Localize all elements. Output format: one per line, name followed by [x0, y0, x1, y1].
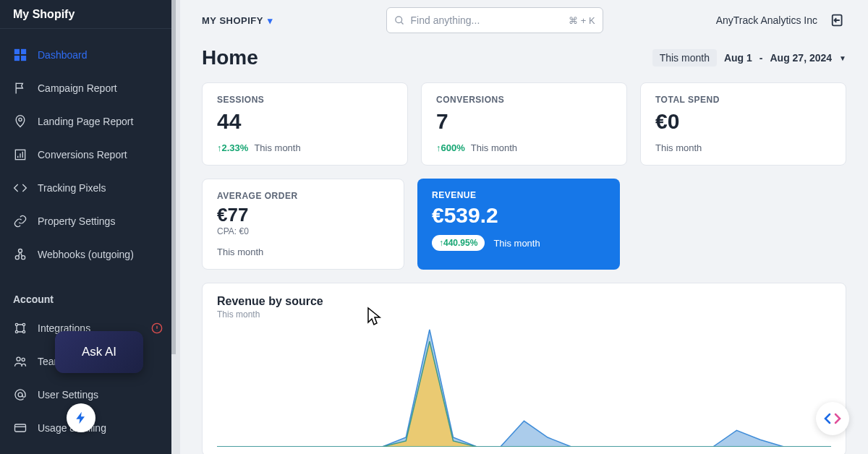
svg-rect-2 [15, 56, 20, 61]
range-badge: This month [652, 49, 717, 67]
sidebar-item-conversions-report[interactable]: Conversions Report [0, 139, 176, 171]
chart-svg [217, 324, 831, 447]
pin-icon [13, 114, 27, 129]
delta-value: 440.95% [443, 238, 477, 248]
card-conversions[interactable]: CONVERSIONS 7 ↑600%This month [421, 82, 627, 166]
at-icon [13, 387, 27, 402]
svg-point-4 [19, 118, 22, 121]
sidebar-section-account: Account [0, 280, 176, 311]
breadcrumb[interactable]: MY SHOPIFY ▾ [202, 15, 273, 26]
delta-up: ↑2.33% [217, 142, 248, 153]
svg-rect-3 [22, 56, 26, 61]
card-period: This month [493, 238, 540, 249]
svg-rect-17 [15, 424, 26, 432]
flag-icon [13, 81, 27, 95]
chevron-down-icon: ▾ [268, 15, 273, 26]
breadcrumb-label: MY SHOPIFY [202, 15, 263, 26]
code-icon [13, 181, 27, 195]
svg-point-12 [22, 330, 25, 333]
card-icon [13, 421, 27, 435]
card-label: AVERAGE ORDER [217, 191, 389, 201]
chevron-down-icon: ▼ [839, 54, 846, 62]
dashboard-icon [13, 48, 27, 62]
scrollbar-handle[interactable] [171, 0, 176, 354]
sidebar-item-campaign-report[interactable]: Campaign Report [0, 72, 176, 104]
card-value: €539.2 [432, 203, 605, 228]
svg-point-8 [19, 249, 22, 253]
delta-up: ↑600% [436, 142, 465, 153]
card-value: 7 [436, 109, 612, 134]
card-value: €77 [217, 204, 389, 226]
sidebar-item-landing-page-report[interactable]: Landing Page Report [0, 106, 176, 137]
search-placeholder: Find anything... [411, 14, 480, 26]
svg-point-14 [17, 357, 20, 361]
sidebar-item-label: Dashboard [38, 49, 88, 61]
sidebar-item-webhooks[interactable]: Webhooks (outgoing) [0, 239, 176, 270]
account-name[interactable]: AnyTrack Analytics Inc [716, 14, 817, 26]
report-icon [13, 147, 27, 162]
warning-icon [151, 322, 163, 334]
chart-area[interactable] [217, 324, 831, 447]
chart-title: Revenue by source [217, 295, 831, 308]
card-label: TOTAL SPEND [655, 95, 831, 105]
svg-point-11 [15, 330, 17, 333]
range-sep: - [760, 52, 763, 64]
search-input[interactable]: Find anything... ⌘ + K [386, 7, 603, 33]
range-to: Aug 27, 2024 [770, 52, 832, 64]
card-average-order[interactable]: AVERAGE ORDER €77 CPA: €0 This month [202, 179, 404, 270]
card-total-spend[interactable]: TOTAL SPEND €0 This month [640, 82, 846, 166]
account-area: AnyTrack Analytics Inc [716, 12, 846, 28]
link-icon [13, 214, 27, 228]
ask-ai-label: Ask AI [82, 345, 116, 359]
sidebar-item-tracking-pixels[interactable]: Tracking Pixels [0, 172, 176, 204]
bolt-fab[interactable] [67, 403, 95, 432]
card-period: This month [471, 142, 517, 153]
webhook-icon [13, 247, 27, 262]
card-sessions[interactable]: SESSIONS 44 ↑2.33%This month [202, 82, 408, 166]
sidebar-item-property-settings[interactable]: Property Settings [0, 205, 176, 237]
card-label: CONVERSIONS [436, 95, 612, 105]
card-period: This month [254, 142, 300, 153]
exit-icon[interactable] [830, 12, 846, 28]
team-icon [13, 354, 27, 369]
sidebar-item-dashboard[interactable]: Dashboard [0, 39, 176, 71]
chart-subtitle: This month [217, 309, 831, 320]
sidebar-item-label: Tracking Pixels [38, 182, 106, 194]
card-value: 44 [217, 109, 393, 134]
date-range-picker[interactable]: This month Aug 1 - Aug 27, 2024 ▼ [652, 49, 846, 67]
content: Home This month Aug 1 - Aug 27, 2024 ▼ S… [180, 40, 868, 454]
svg-point-15 [22, 358, 25, 361]
bolt-icon [74, 411, 88, 425]
svg-point-18 [395, 16, 401, 22]
primary-nav: Dashboard Campaign Report Landing Page R… [0, 29, 176, 280]
card-period: This month [217, 247, 263, 257]
range-from: Aug 1 [724, 52, 752, 64]
integrations-icon [13, 321, 27, 335]
card-label: SESSIONS [217, 95, 393, 105]
sidebar-item-label: Campaign Report [38, 82, 117, 94]
support-icon [824, 410, 841, 427]
card-value: €0 [655, 109, 831, 134]
svg-point-16 [18, 393, 22, 397]
sidebar-item-label: Webhooks (outgoing) [38, 249, 134, 260]
main: MY SHOPIFY ▾ Find anything... ⌘ + K AnyT… [180, 0, 868, 454]
svg-rect-0 [15, 50, 20, 54]
card-label: REVENUE [432, 190, 605, 200]
card-revenue[interactable]: REVENUE €539.2 ↑440.95% This month [417, 179, 620, 270]
search-icon [394, 15, 405, 26]
kpi-row-2: AVERAGE ORDER €77 CPA: €0 This month REV… [202, 179, 846, 270]
ask-ai-button[interactable]: Ask AI [55, 331, 143, 373]
support-fab[interactable] [816, 402, 849, 435]
svg-rect-1 [22, 50, 26, 54]
delta-value: 2.33% [222, 142, 249, 153]
sidebar-item-label: Landing Page Report [38, 116, 133, 127]
sidebar-item-label: User Settings [38, 389, 98, 401]
sidebar-item-label: Conversions Report [38, 149, 127, 160]
svg-point-9 [15, 323, 17, 325]
card-period: This month [655, 142, 702, 153]
sidebar-item-label: Property Settings [38, 215, 115, 227]
sidebar-scrollbar[interactable] [171, 0, 176, 454]
sidebar: My Shopify Dashboard Campaign Report Lan… [0, 0, 180, 454]
svg-point-10 [22, 323, 25, 325]
chart-revenue-by-source: Revenue by source This month [202, 283, 846, 454]
